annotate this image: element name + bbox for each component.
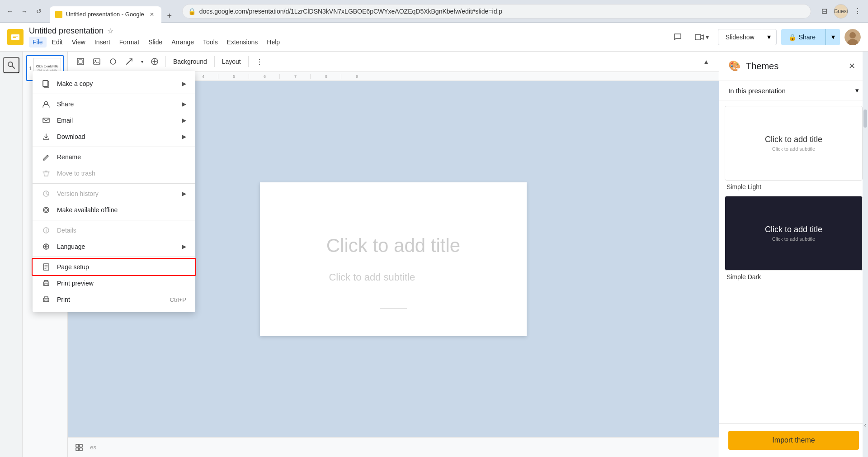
in-presentation-section[interactable]: In this presentation ▾ (719, 81, 868, 100)
menu-item-file[interactable]: File (29, 37, 47, 48)
presentation-title[interactable]: Untitled presentation (29, 26, 104, 36)
line-tool-button[interactable] (122, 54, 137, 69)
download-icon (42, 132, 51, 141)
menu-item-tools[interactable]: Tools (199, 37, 222, 48)
lock-icon: 🔒 (188, 8, 196, 15)
shape-tool-button[interactable] (106, 54, 120, 69)
language-arrow: ▶ (182, 243, 186, 250)
line-dropdown-button[interactable]: ▾ (138, 54, 146, 69)
toolbar-divider-1 (165, 56, 166, 67)
menu-item-arrange[interactable]: Arrange (168, 37, 198, 48)
menu-item-help[interactable]: Help (263, 37, 283, 48)
collapse-toolbar-button[interactable]: ▲ (699, 54, 713, 69)
background-button[interactable]: Background (170, 54, 211, 69)
file-menu-page-setup[interactable]: Page setup (33, 259, 195, 275)
browser-right-buttons: ⊟ Guest ⋮ (817, 4, 864, 19)
menu-item-view[interactable]: View (68, 37, 89, 48)
share-arrow: ▶ (182, 101, 186, 107)
grid-icon (75, 443, 83, 452)
star-icon[interactable]: ☆ (107, 27, 113, 35)
language-label: Language (57, 243, 85, 250)
svg-rect-20 (43, 81, 48, 86)
left-sidebar (0, 52, 23, 457)
user-avatar[interactable] (844, 29, 861, 45)
file-menu-email[interactable]: Email ▶ (33, 112, 195, 129)
browser-chrome: ← → ↺ Untitled presentation - Google ✕ +… (0, 0, 868, 23)
refresh-button[interactable]: ↺ (33, 5, 45, 18)
theme-preview-dark: Click to add title Click to add subtitle (725, 196, 863, 271)
slide-canvas[interactable]: Click to add title Click to add subtitle (260, 182, 527, 336)
layout-button[interactable]: Layout (218, 54, 245, 69)
theme-item-simple-light[interactable]: Click to add title Click to add subtitle… (725, 106, 863, 192)
file-menu-download[interactable]: Download ▶ (33, 129, 195, 145)
tab-title: Untitled presentation - Google (66, 11, 144, 18)
slide-title-placeholder[interactable]: Click to add title (326, 235, 460, 257)
address-bar[interactable] (199, 8, 805, 15)
video-button[interactable]: ▾ (690, 30, 713, 44)
browser-sidebar-button[interactable]: ⊟ (817, 5, 831, 18)
slide-subtitle-placeholder[interactable]: Click to add subtitle (287, 271, 458, 283)
right-scrollbar[interactable] (863, 23, 868, 457)
file-menu-make-copy[interactable]: Make a copy ▶ (33, 76, 195, 92)
svg-rect-4 (695, 34, 701, 40)
expand-icon (863, 423, 867, 428)
menu-item-format[interactable]: Format (116, 37, 143, 48)
file-menu-section-6: Page setup Print preview Print Ctrl+P (33, 257, 195, 309)
browser-profile-button[interactable]: Guest (834, 4, 848, 19)
svg-rect-40 (80, 444, 82, 447)
menu-item-extensions[interactable]: Extensions (223, 37, 261, 48)
notes-area[interactable]: er notes (68, 437, 719, 457)
theme-preview-dark-title: Click to add title (765, 225, 822, 234)
file-menu-section-4: Version history ▶ Make available offline (33, 184, 195, 220)
themes-header: 🎨 Themes ✕ (719, 52, 868, 81)
add-button[interactable] (147, 54, 162, 69)
version-history-icon (42, 189, 51, 198)
file-menu-print[interactable]: Print Ctrl+P (33, 291, 195, 308)
themes-close-button[interactable]: ✕ (844, 59, 859, 73)
file-menu-print-preview[interactable]: Print preview (33, 275, 195, 291)
more-options-button[interactable]: ⋮ (252, 54, 267, 69)
file-menu-share[interactable]: Share ▶ (33, 96, 195, 112)
file-menu-rename[interactable]: Rename (33, 149, 195, 165)
menu-item-slide[interactable]: Slide (145, 37, 166, 48)
select-tool-button[interactable] (73, 54, 88, 69)
comment-button[interactable] (670, 29, 686, 45)
theme-name-simple-dark: Simple Dark (725, 271, 863, 282)
image-tool-button[interactable] (90, 54, 104, 69)
shape-icon (109, 57, 117, 66)
file-menu-available-offline[interactable]: Make available offline (33, 202, 195, 218)
file-menu-language[interactable]: Language ▶ (33, 238, 195, 255)
browser-menu-button[interactable]: ⋮ (851, 5, 864, 18)
slideshow-main-button[interactable]: Slideshow (718, 29, 762, 45)
slideshow-button: Slideshow ▾ (718, 29, 777, 45)
print-preview-icon (42, 279, 51, 288)
share-main-button[interactable]: 🔒 Share (781, 29, 823, 45)
tab-close-button[interactable]: ✕ (148, 10, 156, 19)
slideshow-dropdown-button[interactable]: ▾ (762, 29, 776, 45)
expand-handle[interactable] (863, 421, 867, 430)
download-arrow: ▶ (182, 133, 186, 140)
share-dropdown-button[interactable]: ▾ (826, 29, 840, 45)
slide-preview-title: Click to add title (36, 65, 58, 68)
forward-button[interactable]: → (18, 5, 31, 18)
back-button[interactable]: ← (4, 5, 16, 18)
new-tab-button[interactable]: + (163, 10, 176, 23)
rename-label: Rename (57, 153, 81, 161)
details-icon (42, 226, 51, 235)
theme-preview-light-subtitle: Click to add subtitle (772, 146, 815, 152)
grid-view-button[interactable] (72, 440, 86, 455)
import-theme-button[interactable]: Import theme (728, 431, 859, 450)
share-menu-label: Share (57, 100, 74, 108)
offline-icon (42, 205, 51, 214)
print-shortcut: Ctrl+P (170, 296, 186, 303)
active-tab[interactable]: Untitled presentation - Google ✕ (50, 6, 161, 23)
svg-point-26 (45, 209, 47, 211)
menu-item-insert[interactable]: Insert (91, 37, 114, 48)
slides-logo-icon (9, 31, 22, 43)
video-dropdown-arrow: ▾ (706, 33, 709, 41)
search-button[interactable] (3, 57, 19, 73)
print-label: Print (57, 296, 70, 303)
theme-item-simple-dark[interactable]: Click to add title Click to add subtitle… (725, 196, 863, 282)
svg-line-15 (127, 59, 132, 64)
menu-item-edit[interactable]: Edit (48, 37, 66, 48)
